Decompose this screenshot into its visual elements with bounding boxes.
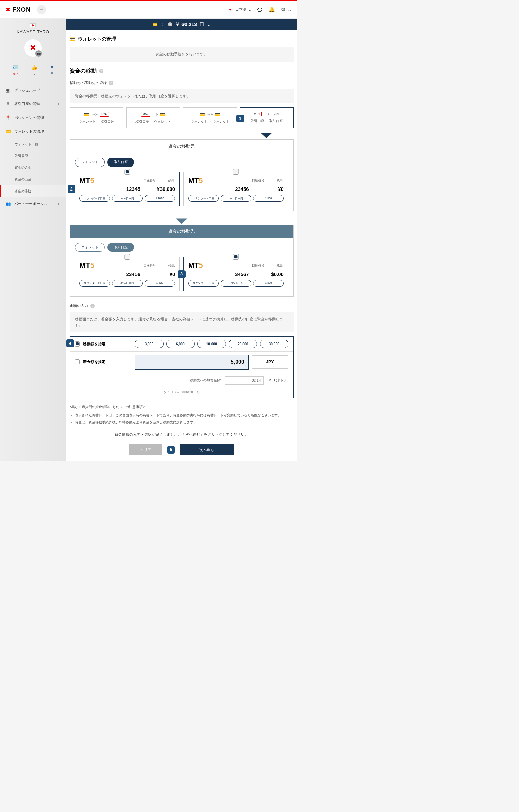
dest-toggle-wallet[interactable]: ウォレット (75, 243, 105, 252)
main-content: 💳 ： ? ￥ 60,213 円 ⌄ 💳ウォレットの管理 資金の移動手続きを行い… (66, 19, 297, 461)
spec-receive-radio[interactable]: 着金額を指定 (70, 352, 130, 373)
wallet-icon: 💳 (70, 36, 75, 42)
conv-value: 32.14 (225, 376, 264, 384)
dest-account-1[interactable]: MT5口座番号:残高: 23456¥0 スタンダード口座JPY/日本円1:500 (75, 257, 180, 291)
dest-panel: 資金の移動先 ウォレット 取引口座 MT5口座番号:残高: 23456¥0 スタ… (70, 225, 293, 297)
sidebar: KAWASE TARO ✖ 📷 🪪完了 👍0 ♥0 ▦ダッシュボード 🖥取引口座… (0, 19, 66, 461)
profile-name: KAWASE TARO (0, 30, 66, 34)
sidebar-item-accounts[interactable]: 🖥取引口座の管理+ (0, 97, 66, 111)
amount-label: 金額の入力? (70, 303, 293, 308)
help-icon[interactable]: ? (168, 22, 172, 27)
pin-icon: 📍 (6, 115, 10, 120)
power-icon[interactable]: ⏻ (257, 6, 263, 13)
reg-desc: 資金の移動元、移動先のウォレットまたは、取引口座を選択します。 (70, 89, 293, 103)
amount-input[interactable]: 5,000 (135, 355, 249, 370)
sidebar-item-partner[interactable]: 👥パートナーポータル+ (0, 197, 66, 211)
chevron-down-icon: ⌄ (207, 22, 211, 27)
info-band: 資金の移動手続きを行います。 (70, 47, 293, 62)
subnav-history[interactable]: 取引履歴 (0, 150, 66, 162)
preset-3000[interactable]: 3,000 (135, 340, 163, 348)
dest-account-2[interactable]: MT5口座番号:残高: 34567$0.00 スタンダード口座USD/米ドル1:… (183, 257, 288, 291)
section-title: 資金の移動? (70, 68, 293, 75)
step-badge-3: 3 (178, 270, 186, 278)
dir-account-to-wallet[interactable]: MT⁴₅⋯➤💳 取引口座 → ウォレット (126, 107, 180, 128)
subnav-deposit[interactable]: 資金の入金 (0, 162, 66, 174)
radio-unchecked[interactable] (233, 169, 239, 175)
reg-label: 移動元・移動先の登録? (70, 80, 293, 85)
help-icon[interactable]: ? (90, 304, 95, 308)
grid-icon: ▦ (6, 88, 10, 93)
heart-icon: ♥ (51, 64, 54, 70)
step-badge-5: 5 (167, 446, 175, 454)
source-panel: 資金の移動元 ウォレット 取引口座 2 MT5口座番号:残高: 12345¥30… (70, 139, 293, 211)
help-icon[interactable]: ? (99, 69, 103, 73)
card-icon: 🪪 (12, 64, 19, 70)
monitor-icon: 🖥 (6, 102, 10, 106)
language-selector[interactable]: 日本語 ⌄ (228, 7, 251, 12)
amount-currency: JPY (252, 355, 289, 369)
source-header: 資金の移動元 (70, 140, 293, 153)
amount-desc: 移動額または、着金額を入力します。通貨が異なる場合、当社の為替レートに基づき換算… (70, 312, 293, 332)
menu-button[interactable]: ☰ (37, 5, 46, 15)
help-icon[interactable]: ? (109, 81, 113, 85)
subnav-transfer[interactable]: 資金の移動 (0, 185, 66, 197)
gear-icon[interactable]: ⚙ ⌄ (281, 6, 291, 13)
thumb-icon: 👍 (31, 64, 38, 70)
plus-icon: + (57, 201, 60, 207)
page-title: 💳ウォレットの管理 (70, 36, 293, 47)
flag-jp-icon (228, 8, 233, 11)
balance-bar[interactable]: 💳 ： ? ￥ 60,213 円 ⌄ (66, 19, 297, 30)
avatar[interactable]: ✖ 📷 (24, 39, 42, 57)
svg-marker-1 (176, 219, 187, 224)
step-badge-4: 4 (66, 339, 74, 347)
dir-wallet-to-account[interactable]: 💳⋯➤MT⁴₅ ウォレット → 取引口座 (70, 107, 123, 128)
notes: <異なる通貨間の資金移動にあたっての注意事項> 表示された為替レートは、この画面… (70, 404, 293, 426)
sidebar-item-positions[interactable]: 📍ポジションの管理 (0, 111, 66, 124)
subnav-withdraw[interactable]: 資金の出金 (0, 174, 66, 185)
preset-6000[interactable]: 6,000 (166, 340, 195, 348)
radio-checked[interactable] (124, 169, 130, 175)
refresh-icon[interactable]: ⟳ (164, 390, 166, 394)
preset-30000[interactable]: 30,000 (260, 340, 288, 348)
step-badge-2: 2 (68, 185, 75, 193)
logo[interactable]: ✖FXON (6, 6, 31, 14)
wallet-icon: 💳 (152, 22, 158, 27)
dest-header: 資金の移動先 (70, 225, 293, 238)
complete-msg: 資金情報の入力・選択が完了しました。「次へ進む」をクリックしてください。 (70, 432, 293, 437)
flag-jp-icon (30, 23, 36, 27)
src-account-1[interactable]: MT5口座番号:残高: 12345¥30,000 スタンダード口座JPY/日本円… (75, 172, 180, 206)
network-icon: 👥 (6, 201, 10, 206)
bell-icon[interactable]: 🔔 (268, 6, 275, 13)
src-toggle-wallet[interactable]: ウォレット (75, 158, 105, 167)
dir-account-to-account[interactable]: 1 MT⁴₅⋯➤MT⁴₅ 取引口座 → 取引口座 (240, 107, 294, 128)
next-button[interactable]: 次へ進む (180, 444, 234, 455)
dest-toggle-account[interactable]: 取引口座 (107, 243, 134, 252)
sidebar-item-dashboard[interactable]: ▦ダッシュボード (0, 83, 66, 97)
clear-button[interactable]: クリア (129, 444, 162, 455)
src-toggle-account[interactable]: 取引口座 (107, 158, 134, 167)
radio-unchecked[interactable] (124, 254, 130, 260)
plus-icon: + (57, 101, 60, 107)
subnav-wallet-list[interactable]: ウォレット一覧 (0, 138, 66, 150)
wallet-icon: 💳 (6, 129, 10, 134)
svg-marker-0 (261, 133, 272, 138)
preset-10000[interactable]: 10,000 (197, 340, 226, 348)
camera-icon[interactable]: 📷 (35, 50, 42, 56)
preset-20000[interactable]: 20,000 (229, 340, 257, 348)
chevron-down-icon: ⌄ (248, 7, 251, 12)
lang-label: 日本語 (235, 7, 246, 12)
sidebar-item-wallet[interactable]: 💳ウォレットの管理— (0, 125, 66, 138)
dir-wallet-to-wallet[interactable]: 💳⋯➤💳 ウォレット → ウォレット (183, 107, 237, 128)
minus-icon: — (55, 129, 60, 134)
step-badge-1: 1 (236, 115, 244, 122)
header: ✖FXON ☰ 日本語 ⌄ ⏻ 🔔 ⚙ ⌄ (0, 1, 297, 19)
spec-transfer-radio[interactable]: 移動額を指定 (70, 337, 130, 351)
amount-panel: 4 移動額を指定 3,000 6,000 10,000 20,000 30,00… (70, 336, 293, 398)
radio-checked[interactable] (233, 254, 239, 260)
src-account-2[interactable]: MT5口座番号:残高: 23456¥0 スタンダード口座JPY/日本円1:500 (183, 172, 288, 206)
